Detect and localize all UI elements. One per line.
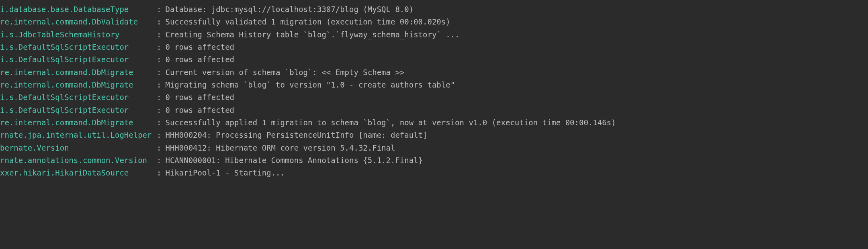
log-separator: : — [153, 104, 165, 116]
log-line: i.s.JdbcTableSchemaHistory:Creating Sche… — [0, 29, 868, 41]
log-separator: : — [153, 167, 165, 179]
log-separator: : — [153, 91, 165, 104]
log-message: HCANN000001: Hibernate Commons Annotatio… — [165, 154, 423, 167]
log-separator: : — [153, 79, 165, 91]
log-line: i.s.DefaultSqlScriptExecutor:0 rows affe… — [0, 41, 868, 53]
log-message: Database: jdbc:mysql://localhost:3307/bl… — [165, 3, 414, 16]
logger-name: rnate.jpa.internal.util.LogHelper — [0, 129, 153, 141]
logger-name: re.internal.command.DbMigrate — [0, 66, 153, 79]
log-output: i.database.base.DatabaseType:Database: j… — [0, 3, 868, 180]
log-message: HikariPool-1 - Starting... — [165, 167, 285, 179]
log-line: re.internal.command.DbMigrate:Successful… — [0, 116, 868, 129]
log-line: i.s.DefaultSqlScriptExecutor:0 rows affe… — [0, 91, 868, 104]
log-message: 0 rows affected — [165, 91, 234, 104]
logger-name: xxer.hikari.HikariDataSource — [0, 167, 153, 179]
logger-name: i.s.DefaultSqlScriptExecutor — [0, 41, 153, 53]
log-separator: : — [153, 16, 165, 28]
logger-name: re.internal.command.DbMigrate — [0, 116, 153, 129]
logger-name: rnate.annotations.common.Version — [0, 154, 153, 167]
logger-name: i.s.DefaultSqlScriptExecutor — [0, 91, 153, 104]
log-separator: : — [153, 53, 165, 66]
logger-name: i.database.base.DatabaseType — [0, 3, 153, 16]
log-line: i.s.DefaultSqlScriptExecutor:0 rows affe… — [0, 53, 868, 66]
log-line: re.internal.command.DbValidate:Successfu… — [0, 16, 868, 28]
log-message: Successfully applied 1 migration to sche… — [165, 116, 616, 129]
log-line: rnate.jpa.internal.util.LogHelper:HHH000… — [0, 129, 868, 141]
log-message: Creating Schema History table `blog`.`fl… — [165, 29, 459, 41]
logger-name: bernate.Version — [0, 142, 153, 154]
log-separator: : — [153, 41, 165, 53]
log-line: i.database.base.DatabaseType:Database: j… — [0, 3, 868, 16]
logger-name: re.internal.command.DbValidate — [0, 16, 153, 28]
log-line: i.s.DefaultSqlScriptExecutor:0 rows affe… — [0, 104, 868, 116]
log-separator: : — [153, 66, 165, 79]
log-line: re.internal.command.DbMigrate:Migrating … — [0, 79, 868, 91]
log-line: bernate.Version:HHH000412: Hibernate ORM… — [0, 142, 868, 154]
log-separator: : — [153, 154, 165, 167]
log-message: Current version of schema `blog`: << Emp… — [165, 66, 404, 79]
log-separator: : — [153, 116, 165, 129]
logger-name: re.internal.command.DbMigrate — [0, 79, 153, 91]
log-separator: : — [153, 142, 165, 154]
log-separator: : — [153, 29, 165, 41]
log-separator: : — [153, 3, 165, 16]
log-message: HHH000204: Processing PersistenceUnitInf… — [165, 129, 427, 141]
log-message: HHH000412: Hibernate ORM core version 5.… — [165, 142, 395, 154]
log-line: xxer.hikari.HikariDataSource:HikariPool-… — [0, 167, 868, 179]
log-line: re.internal.command.DbMigrate:Current ve… — [0, 66, 868, 79]
log-separator: : — [153, 129, 165, 141]
logger-name: i.s.JdbcTableSchemaHistory — [0, 29, 153, 41]
log-message: 0 rows affected — [165, 41, 234, 53]
logger-name: i.s.DefaultSqlScriptExecutor — [0, 53, 153, 66]
log-message: Successfully validated 1 migration (exec… — [165, 16, 450, 28]
log-message: 0 rows affected — [165, 53, 234, 66]
log-line: rnate.annotations.common.Version:HCANN00… — [0, 154, 868, 167]
log-message: Migrating schema `blog` to version "1.0 … — [165, 79, 455, 91]
log-message: 0 rows affected — [165, 104, 234, 116]
logger-name: i.s.DefaultSqlScriptExecutor — [0, 104, 153, 116]
